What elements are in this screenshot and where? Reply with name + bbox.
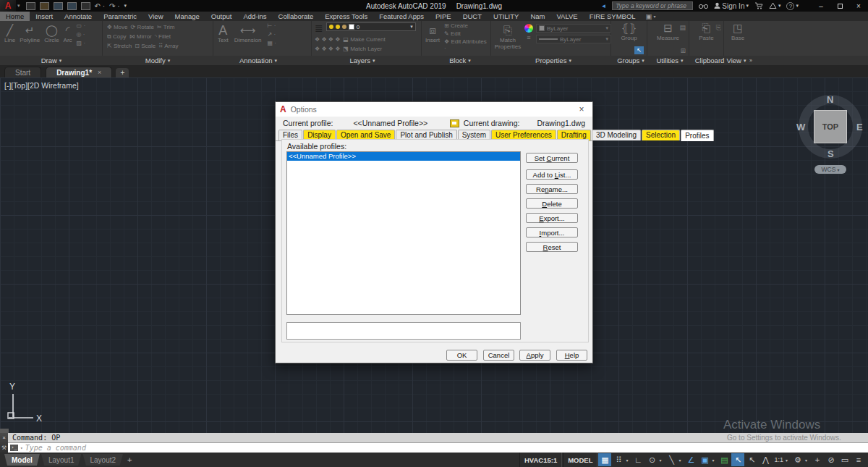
3d-object-snap-icon[interactable]: ↖ bbox=[745, 453, 758, 466]
ribbon-tab-express-tools[interactable]: Express Tools bbox=[319, 12, 373, 21]
annotation-scale-button[interactable]: 1:1 bbox=[773, 453, 785, 466]
ribbon-tab-collaborate[interactable]: Collaborate bbox=[273, 12, 320, 21]
model-tab[interactable]: Model bbox=[4, 454, 40, 466]
rectangle-tool[interactable]: ▭ · bbox=[77, 22, 85, 29]
help-button[interactable]: Help bbox=[556, 350, 587, 361]
ribbon-tab-manage[interactable]: Manage bbox=[169, 12, 205, 21]
layer-properties-tool[interactable]: ≣ bbox=[315, 22, 323, 34]
edit-block-tool[interactable]: ✎ Edit bbox=[444, 30, 487, 37]
search-toggle-icon[interactable]: ◄ bbox=[600, 3, 606, 9]
import-button[interactable]: Import... bbox=[526, 227, 578, 237]
viewcube-top-face[interactable]: TOP bbox=[814, 110, 847, 143]
panel-label-draw[interactable]: Draw▾ bbox=[41, 56, 62, 65]
plot-icon[interactable] bbox=[81, 2, 90, 10]
panel-label-block[interactable]: Block▾ bbox=[449, 56, 471, 65]
command-prompt-icon[interactable]: ›_ bbox=[10, 445, 18, 451]
ribbon-tab-output[interactable]: Output bbox=[205, 12, 238, 21]
group-tool[interactable]: ⦃⦄Group bbox=[611, 21, 647, 41]
panel-label-modify[interactable]: Modify▾ bbox=[145, 56, 171, 65]
match-layer-tool[interactable]: ⬔ Match Layer bbox=[343, 45, 382, 54]
copy-clip-icon[interactable]: ⎘ bbox=[716, 24, 721, 32]
ortho-mode-icon[interactable]: ∟ bbox=[631, 453, 644, 466]
scale-tool[interactable]: ⊡ Scale bbox=[135, 42, 156, 51]
array-tool[interactable]: ⠿ Array bbox=[158, 42, 178, 51]
viewport-controls[interactable]: [-][Top][2D Wireframe] bbox=[4, 81, 79, 90]
sign-in-button[interactable]: Sign In ▾ bbox=[714, 2, 749, 10]
insert-block-tool[interactable]: ⧈Insert bbox=[425, 22, 440, 51]
ribbon-tab-annotate[interactable]: Annotate bbox=[59, 12, 98, 21]
snap-mode-icon[interactable]: ⠿ bbox=[612, 453, 625, 466]
quick-select-icon[interactable]: ▤ bbox=[679, 24, 686, 31]
move-tool[interactable]: ✥ Move bbox=[107, 23, 128, 32]
ok-button[interactable]: OK bbox=[446, 350, 477, 361]
linear-tool[interactable]: ⊢ · bbox=[267, 22, 276, 29]
trim-tool[interactable]: ✂ Trim bbox=[157, 23, 174, 32]
workspace-caret-icon[interactable]: ▾ bbox=[805, 458, 810, 463]
viewcube-west[interactable]: W bbox=[796, 122, 805, 132]
model-space-button[interactable]: MODEL bbox=[563, 453, 597, 467]
reset-button[interactable]: Reset bbox=[526, 242, 578, 252]
viewcube-north[interactable]: N bbox=[827, 94, 833, 105]
panel-label-layers[interactable]: Layers▾ bbox=[349, 56, 375, 65]
layout1-tab[interactable]: Layout1 bbox=[41, 454, 82, 466]
restore-button[interactable] bbox=[830, 0, 849, 12]
panel-label-view[interactable]: View▾ bbox=[727, 56, 746, 65]
minimize-button[interactable]: – bbox=[812, 0, 830, 12]
file-tab-start[interactable]: Start bbox=[4, 67, 41, 77]
layer-tools-row1[interactable]: ❖ ❖ ❖ ❖ bbox=[315, 35, 340, 44]
stretch-tool[interactable]: ⇱ Stretch bbox=[107, 42, 132, 51]
options-dialog-titlebar[interactable]: A Options × bbox=[276, 102, 592, 117]
isometric-drafting-icon[interactable]: ╲ bbox=[665, 453, 678, 466]
hvac-scale-button[interactable]: HVAC15:1 bbox=[519, 453, 562, 467]
undo-icon[interactable]: ↶ · bbox=[95, 2, 106, 10]
open-file-icon[interactable] bbox=[40, 2, 49, 10]
polar-tracking-icon[interactable]: ⊙ bbox=[645, 453, 658, 466]
rotate-tool[interactable]: ⟳ Rotate bbox=[131, 23, 155, 32]
polyline-tool[interactable]: ↵Polyline bbox=[20, 22, 40, 46]
edit-attributes-tool[interactable]: ❖ Edit Attributes · bbox=[444, 38, 487, 51]
app-store-icon[interactable]: ▾ bbox=[769, 2, 781, 9]
panel-label-annotation[interactable]: Annotation▾ bbox=[239, 56, 277, 65]
ribbon-tab-fire-symbol[interactable]: FIRE SYMBOL bbox=[584, 12, 642, 21]
ellipse-tool[interactable]: ◎ · bbox=[77, 31, 85, 38]
cancel-button[interactable]: Cancel bbox=[483, 350, 514, 361]
ribbon-tab-nam[interactable]: Nam bbox=[524, 12, 550, 21]
ribbon-tab-parametric[interactable]: Parametric bbox=[98, 12, 142, 21]
viewcube-east[interactable]: E bbox=[856, 122, 863, 132]
wcs-dropdown[interactable]: WCS▾ bbox=[814, 165, 846, 174]
panel-label-utilities[interactable]: Utilities▾ bbox=[656, 56, 683, 65]
add-to-list-button[interactable]: Add to List... bbox=[526, 169, 578, 180]
customization-menu-icon[interactable]: ≡ bbox=[852, 453, 865, 466]
panel-label-properties[interactable]: Properties▾ bbox=[535, 56, 571, 65]
make-current-tool[interactable]: ⬓ Make Current bbox=[343, 35, 385, 44]
create-block-tool[interactable]: ⊞ Create bbox=[444, 22, 487, 29]
command-input[interactable]: ›_ ▾ Type a command bbox=[8, 443, 868, 453]
annotation-scale-caret-icon[interactable]: ▾ bbox=[786, 458, 791, 463]
object-snap-caret-icon[interactable]: ▾ bbox=[712, 458, 717, 463]
profiles-list[interactable]: <<Unnamed Profile>> bbox=[286, 151, 521, 315]
isolate-objects-icon[interactable]: ⊘ bbox=[825, 453, 838, 466]
file-tab-close-icon[interactable]: × bbox=[98, 69, 101, 76]
ribbon-tab-pipe[interactable]: PIPE bbox=[430, 12, 457, 21]
mirror-tool[interactable]: ⋈ Mirror bbox=[129, 33, 152, 41]
polar-tracking-caret-icon[interactable]: ▾ bbox=[659, 458, 664, 463]
calculator-icon[interactable]: ⊞ bbox=[680, 47, 686, 54]
tab-selection[interactable]: Selection bbox=[642, 130, 680, 140]
dimension-tool[interactable]: ⟷Dimension bbox=[234, 22, 262, 46]
viewcube[interactable]: N W E S TOP bbox=[799, 95, 862, 159]
leader-tool[interactable]: ↗ · bbox=[267, 31, 276, 38]
export-button[interactable]: Export... bbox=[526, 213, 578, 223]
help-icon[interactable]: ?▾ bbox=[786, 2, 799, 10]
annotation-visibility-icon[interactable]: ⋀ bbox=[759, 453, 772, 466]
line-tool[interactable]: ╱Line bbox=[4, 22, 15, 46]
close-button[interactable]: × bbox=[849, 0, 868, 12]
ribbon-tab-view[interactable]: View bbox=[142, 12, 169, 21]
snap-mode-caret-icon[interactable]: ▾ bbox=[626, 458, 631, 463]
rename-button[interactable]: Rename... bbox=[526, 184, 578, 194]
new-file-icon[interactable] bbox=[26, 2, 35, 10]
object-snap-icon[interactable]: ▣ bbox=[698, 453, 711, 466]
workspace-gear-icon[interactable]: ⚙ bbox=[791, 453, 804, 466]
set-current-button[interactable]: Set Current bbox=[526, 153, 578, 163]
arc-tool[interactable]: ◜Arc bbox=[64, 22, 72, 46]
layout2-tab[interactable]: Layout2 bbox=[82, 454, 123, 466]
